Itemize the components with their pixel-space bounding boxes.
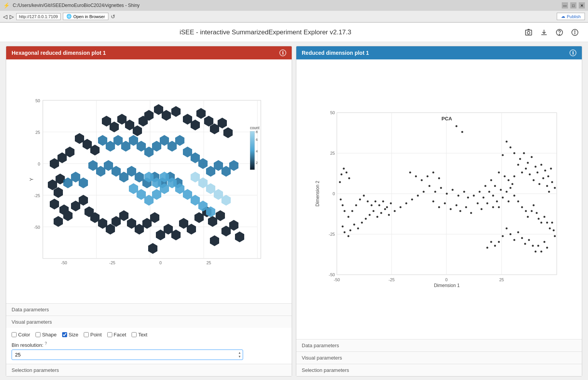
svg-point-184 (542, 177, 544, 179)
bin-resolution-group: Bin resolution: ? ▲ ▼ (12, 341, 286, 360)
size-checkbox[interactable] (62, 332, 67, 337)
address-field[interactable]: http://127.0.0.1:7109 (16, 13, 61, 20)
shape-checkbox-label[interactable]: Shape (35, 332, 57, 338)
reload-icon[interactable]: ↺ (111, 14, 115, 20)
svg-point-183 (539, 183, 541, 185)
svg-point-296 (465, 206, 467, 208)
minimize-button[interactable]: — (562, 2, 568, 8)
svg-point-222 (541, 221, 542, 223)
spinner-up[interactable]: ▲ (237, 351, 242, 355)
svg-point-164 (502, 154, 504, 156)
svg-point-175 (544, 169, 546, 171)
svg-point-253 (463, 191, 465, 193)
svg-point-229 (506, 227, 508, 229)
back-icon[interactable]: ◁ (3, 14, 7, 20)
window-controls[interactable]: — □ ✕ (562, 2, 585, 8)
left-panel-info-icon[interactable]: ℹ (279, 49, 286, 56)
svg-point-291 (438, 206, 440, 208)
point-checkbox[interactable] (84, 332, 89, 337)
open-in-browser-button[interactable]: 🌐 Open in Browser (63, 13, 108, 20)
text-checkbox-label[interactable]: Text (132, 332, 147, 338)
svg-point-280 (342, 204, 344, 206)
point-checkbox-label[interactable]: Point (84, 332, 102, 338)
info-button[interactable] (569, 27, 580, 38)
svg-text:25: 25 (35, 130, 40, 135)
facet-checkbox-label[interactable]: Facet (107, 332, 127, 338)
svg-point-309 (433, 171, 434, 173)
svg-point-251 (452, 189, 454, 191)
right-panel: Reduced dimension plot 1 ℹ (296, 46, 582, 377)
size-label: Size (69, 332, 78, 338)
svg-point-277 (351, 210, 353, 212)
color-checkbox-label[interactable]: Color (12, 332, 30, 338)
color-label: Color (18, 332, 30, 338)
color-checkbox[interactable] (12, 332, 17, 337)
svg-text:25: 25 (499, 277, 504, 282)
download-button[interactable] (539, 27, 549, 38)
close-button[interactable]: ✕ (579, 2, 585, 8)
svg-point-282 (363, 194, 365, 196)
svg-point-194 (490, 179, 492, 181)
svg-point-173 (537, 171, 539, 173)
svg-point-245 (490, 241, 492, 243)
svg-text:-50: -50 (334, 277, 340, 282)
svg-point-270 (353, 223, 355, 225)
bin-resolution-help[interactable]: ? (45, 341, 47, 346)
right-data-params-header[interactable]: Data parameters (296, 339, 582, 351)
size-checkbox-label[interactable]: Size (62, 332, 78, 338)
help-button[interactable] (554, 27, 565, 38)
right-plot-area: 50 25 0 -25 -50 -50 -25 0 25 Dimension 1… (296, 59, 582, 339)
screenshot-button[interactable] (523, 27, 534, 38)
svg-point-274 (342, 225, 344, 227)
svg-text:Dimension 2: Dimension 2 (315, 181, 320, 206)
right-panel-info-icon[interactable]: ℹ (569, 49, 576, 56)
svg-point-248 (434, 191, 436, 193)
left-selection-params-header[interactable]: Selection parameters (6, 364, 292, 376)
svg-point-266 (369, 214, 371, 216)
right-selection-params-header[interactable]: Selection parameters (296, 364, 582, 376)
spinner-down[interactable]: ▼ (237, 355, 242, 359)
svg-point-221 (538, 218, 540, 220)
svg-text:Y: Y (29, 178, 34, 181)
svg-point-244 (494, 245, 496, 247)
svg-text:count: count (250, 126, 260, 130)
shape-checkbox[interactable] (35, 332, 41, 337)
svg-point-257 (411, 198, 413, 200)
main-content: Hexagonal reduced dimension plot 1 ℹ (0, 42, 588, 380)
svg-point-295 (460, 210, 461, 212)
svg-point-297 (470, 212, 472, 214)
svg-point-281 (340, 198, 342, 200)
maximize-button[interactable]: □ (570, 2, 576, 8)
publish-button[interactable]: ☁ Publish (557, 13, 585, 20)
facet-checkbox[interactable] (107, 332, 112, 337)
svg-point-239 (541, 250, 542, 252)
svg-point-263 (380, 212, 382, 214)
svg-point-223 (544, 216, 546, 218)
left-selection-params-section: Selection parameters (6, 364, 292, 376)
svg-point-254 (467, 196, 469, 198)
left-visual-params-header[interactable]: Visual parameters (6, 316, 292, 328)
svg-point-202 (496, 200, 498, 202)
svg-point-252 (458, 194, 460, 196)
svg-point-172 (535, 166, 537, 167)
right-visual-params-header[interactable]: Visual parameters (296, 352, 582, 364)
right-selection-params-section: Selection parameters (296, 364, 582, 376)
scatter-plot-svg: 50 25 0 -25 -50 -50 -25 0 25 Dimension 1… (314, 109, 564, 290)
text-checkbox[interactable] (132, 332, 137, 337)
svg-point-180 (525, 167, 527, 169)
left-panel-title: Hexagonal reduced dimension plot 1 (12, 50, 106, 56)
svg-point-235 (528, 239, 530, 241)
svg-point-298 (456, 125, 458, 127)
svg-text:-50: -50 (329, 272, 335, 277)
svg-point-236 (532, 245, 534, 247)
left-panel: Hexagonal reduced dimension plot 1 ℹ (6, 46, 292, 377)
forward-icon[interactable]: ▷ (10, 14, 14, 20)
svg-point-213 (514, 194, 515, 196)
svg-text:50: 50 (330, 110, 335, 115)
svg-point-204 (508, 200, 510, 202)
bin-resolution-input[interactable] (12, 350, 243, 360)
svg-point-220 (536, 212, 538, 214)
left-data-params-header[interactable]: Data parameters (6, 304, 292, 316)
svg-point-258 (406, 202, 407, 204)
app-header: iSEE - interactive SummarizedExperiment … (0, 23, 588, 42)
